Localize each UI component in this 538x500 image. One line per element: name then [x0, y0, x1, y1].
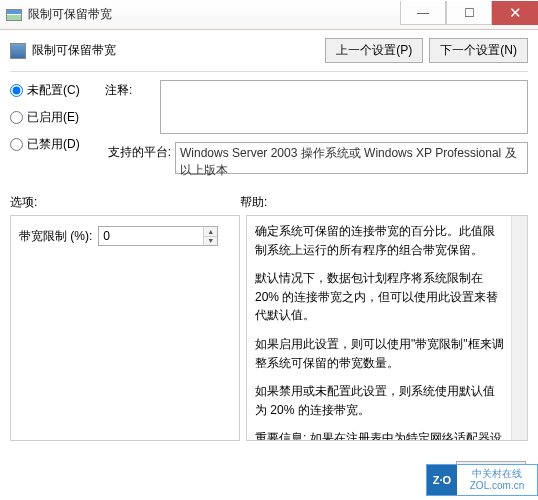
help-paragraph: 重要信息: 如果在注册表中为特定网络适配器设置带宽限制，则配置该网络适配器时就会… [255, 429, 505, 441]
radio-enabled[interactable]: 已启用(E) [10, 109, 105, 126]
minimize-button[interactable]: — [400, 1, 446, 25]
prev-setting-button[interactable]: 上一个设置(P) [325, 38, 423, 63]
options-heading: 选项: [10, 194, 240, 211]
options-panel: 带宽限制 (%): ▲ ▼ [10, 215, 240, 441]
header-row: 限制可保留带宽 上一个设置(P) 下一个设置(N) [10, 38, 528, 63]
bandwidth-limit-input[interactable] [99, 227, 203, 245]
policy-title: 限制可保留带宽 [32, 42, 116, 59]
watermark-badge: Z·O [427, 465, 457, 495]
watermark-line2: ZOL.com.cn [470, 480, 524, 492]
radio-not-configured-input[interactable] [10, 84, 23, 97]
spinner-down-icon[interactable]: ▼ [204, 237, 217, 246]
radio-enabled-input[interactable] [10, 111, 23, 124]
next-setting-button[interactable]: 下一个设置(N) [429, 38, 528, 63]
help-panel: 确定系统可保留的连接带宽的百分比。此值限制系统上运行的所有程序的组合带宽保留。 … [246, 215, 528, 441]
right-column: 注释: 支持的平台: Windows Server 2003 操作系统或 Win… [105, 80, 528, 182]
watermark-line1: 中关村在线 [472, 468, 522, 480]
help-paragraph: 默认情况下，数据包计划程序将系统限制在 20% 的连接带宽之内，但可以使用此设置… [255, 269, 505, 325]
window-title: 限制可保留带宽 [28, 6, 400, 23]
help-paragraph: 如果启用此设置，则可以使用"带宽限制"框来调整系统可保留的带宽数量。 [255, 335, 505, 372]
spinner-buttons: ▲ ▼ [203, 227, 217, 245]
lower-panels: 带宽限制 (%): ▲ ▼ 确定系统可保留的连接带宽的百分比。此值限制系统上运行… [10, 215, 528, 441]
comment-label: 注释: [105, 80, 160, 134]
header-nav: 上一个设置(P) 下一个设置(N) [325, 38, 528, 63]
radio-enabled-label: 已启用(E) [27, 109, 79, 126]
app-icon [6, 9, 22, 21]
radio-disabled-input[interactable] [10, 138, 23, 151]
bandwidth-limit-spinner[interactable]: ▲ ▼ [98, 226, 218, 246]
bandwidth-limit-label: 带宽限制 (%): [19, 228, 92, 245]
help-body: 确定系统可保留的连接带宽的百分比。此值限制系统上运行的所有程序的组合带宽保留。 … [255, 222, 519, 441]
divider [10, 71, 528, 72]
config-block: 未配置(C) 已启用(E) 已禁用(D) 注释: 支持的平台: Windows … [10, 80, 528, 182]
footer: 确定 Z·O 中关村在线 ZOL.com.cn [0, 451, 538, 496]
radio-disabled[interactable]: 已禁用(D) [10, 136, 105, 153]
help-paragraph: 确定系统可保留的连接带宽的百分比。此值限制系统上运行的所有程序的组合带宽保留。 [255, 222, 505, 259]
window-controls: — ☐ ✕ [400, 4, 538, 25]
maximize-button[interactable]: ☐ [446, 1, 492, 25]
watermark: Z·O 中关村在线 ZOL.com.cn [426, 464, 538, 496]
platform-value: Windows Server 2003 操作系统或 Windows XP Pro… [175, 142, 528, 174]
state-radios: 未配置(C) 已启用(E) 已禁用(D) [10, 80, 105, 182]
comment-row: 注释: [105, 80, 528, 134]
radio-not-configured-label: 未配置(C) [27, 82, 80, 99]
comment-input[interactable] [160, 80, 528, 134]
lower-labels: 选项: 帮助: [10, 194, 528, 211]
bandwidth-limit-row: 带宽限制 (%): ▲ ▼ [19, 226, 231, 246]
help-heading: 帮助: [240, 194, 267, 211]
help-paragraph: 如果禁用或未配置此设置，则系统使用默认值为 20% 的连接带宽。 [255, 382, 505, 419]
spinner-up-icon[interactable]: ▲ [204, 227, 217, 237]
radio-disabled-label: 已禁用(D) [27, 136, 80, 153]
content: 限制可保留带宽 上一个设置(P) 下一个设置(N) 未配置(C) 已启用(E) … [0, 30, 538, 451]
close-button[interactable]: ✕ [492, 1, 538, 25]
titlebar: 限制可保留带宽 — ☐ ✕ [0, 0, 538, 30]
radio-not-configured[interactable]: 未配置(C) [10, 82, 105, 99]
help-scrollbar[interactable] [511, 216, 527, 440]
platform-label: 支持的平台: [105, 142, 175, 174]
platform-row: 支持的平台: Windows Server 2003 操作系统或 Windows… [105, 142, 528, 174]
watermark-text: 中关村在线 ZOL.com.cn [457, 468, 537, 492]
policy-icon [10, 43, 26, 59]
